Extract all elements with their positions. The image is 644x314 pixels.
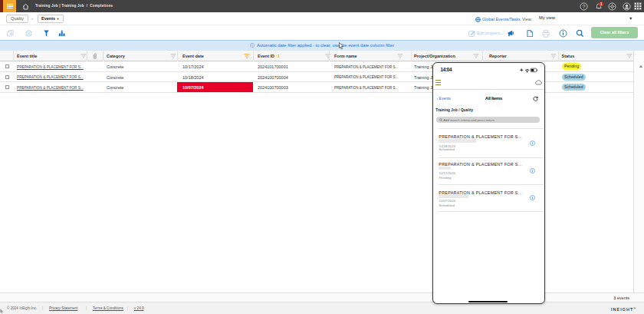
svg-text:?: ? <box>583 3 586 8</box>
